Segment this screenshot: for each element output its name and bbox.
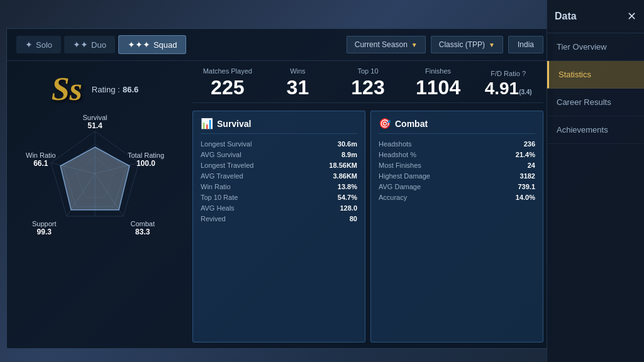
survival-row-5: Top 10 Rate 54.7% bbox=[201, 194, 357, 201]
total-rating-name: Total Rating bbox=[128, 151, 164, 159]
combat-value-2: 24 bbox=[528, 162, 535, 169]
survival-label-2: Longest Traveled bbox=[201, 162, 253, 169]
rank-badge: Ss bbox=[52, 70, 82, 107]
fd-sub-value: (3.4) bbox=[519, 89, 532, 96]
sidebar-title: Data bbox=[555, 11, 577, 22]
survival-label-0: Longest Survival bbox=[201, 140, 252, 148]
top10-header: Top 10 bbox=[333, 67, 403, 75]
combat-value: 83.3 bbox=[130, 228, 155, 236]
right-section: Matches Played 225 Wins 31 Top 10 123 Fi… bbox=[183, 61, 553, 349]
tab-squad-label: Squad bbox=[153, 40, 177, 50]
finishes-value: 1104 bbox=[403, 77, 474, 97]
duo-icon: ✦✦ bbox=[73, 40, 88, 50]
help-icon: ? bbox=[522, 70, 526, 77]
combat-value-0: 236 bbox=[524, 140, 535, 148]
support-name: Support bbox=[32, 220, 57, 228]
survival-label-7: Revived bbox=[201, 215, 226, 222]
stat-fd-ratio: F/D Ratio ? 4.91(3.4) bbox=[473, 70, 543, 97]
survival-value-6: 128.0 bbox=[340, 204, 357, 212]
label-survival: Survival 51.4 bbox=[82, 114, 107, 130]
label-combat: Combat 83.3 bbox=[130, 220, 155, 236]
rating-display: Rating : 86.6 bbox=[92, 84, 139, 95]
survival-card-rows: Longest Survival 30.6m AVG Survival 8.9m… bbox=[201, 140, 357, 222]
sidebar-item-statistics[interactable]: Statistics bbox=[547, 61, 644, 89]
fd-header: F/D Ratio ? bbox=[473, 70, 543, 77]
sidebar-item-career-results[interactable]: Career Results bbox=[547, 89, 644, 116]
close-button[interactable]: ✕ bbox=[627, 9, 636, 23]
wins-header: Wins bbox=[263, 67, 333, 75]
label-total-rating: Total Rating 100.0 bbox=[128, 151, 164, 168]
fd-label: F/D Ratio bbox=[491, 70, 519, 77]
sidebar-item-achievements[interactable]: Achievements bbox=[547, 116, 644, 144]
season-dropdown[interactable]: Current Season ▼ bbox=[347, 36, 426, 53]
statistics-label: Statistics bbox=[558, 70, 591, 79]
stat-top10: Top 10 123 bbox=[333, 67, 403, 97]
tab-duo[interactable]: ✦✦ Duo bbox=[64, 36, 115, 53]
mode-dropdown[interactable]: Classic (TPP) ▼ bbox=[431, 36, 503, 53]
combat-row-0: Headshots 236 bbox=[379, 140, 535, 148]
survival-value: 51.4 bbox=[82, 121, 107, 130]
combat-card: 🎯 Combat Headshots 236 Headshot % 21.4% bbox=[370, 111, 543, 343]
region-button[interactable]: India bbox=[508, 36, 543, 53]
survival-row-6: AVG Heals 128.0 bbox=[201, 204, 357, 212]
combat-value-3: 3182 bbox=[520, 172, 535, 180]
rank-display: Ss Rating : 86.6 bbox=[52, 70, 139, 107]
top-tabs-row: ✦ Solo ✦✦ Duo ✦✦✦ Squad Current Season ▼… bbox=[7, 29, 553, 61]
squad-icon: ✦✦✦ bbox=[128, 40, 150, 50]
combat-row-2: Most Finishes 24 bbox=[379, 162, 535, 169]
dropdowns-container: Current Season ▼ Classic (TPP) ▼ India bbox=[347, 36, 543, 53]
radar-section: Ss Rating : 86.6 bbox=[7, 61, 183, 349]
sidebar: Data ✕ Tier Overview Statistics Career R… bbox=[547, 0, 644, 362]
radar-svg bbox=[32, 125, 158, 232]
tab-solo[interactable]: ✦ Solo bbox=[16, 36, 61, 53]
combat-label-1: Headshot % bbox=[379, 151, 416, 158]
tab-squad[interactable]: ✦✦✦ Squad bbox=[118, 35, 187, 54]
win-ratio-name: Win Ratio bbox=[26, 151, 56, 159]
survival-label-1: AVG Survival bbox=[201, 151, 242, 158]
combat-card-rows: Headshots 236 Headshot % 21.4% Most Fini… bbox=[379, 140, 535, 201]
wins-value: 31 bbox=[263, 77, 333, 97]
survival-card-header: 📊 Survival bbox=[201, 118, 357, 134]
season-arrow: ▼ bbox=[411, 41, 418, 48]
survival-value-1: 8.9m bbox=[341, 151, 357, 158]
combat-label-4: AVG Damage bbox=[379, 183, 421, 190]
survival-value-2: 18.56KM bbox=[329, 162, 357, 169]
combat-label-2: Most Finishes bbox=[379, 162, 421, 169]
combat-card-title: Combat bbox=[395, 119, 428, 129]
season-label: Current Season bbox=[355, 40, 408, 49]
survival-row-3: AVG Traveled 3.86KM bbox=[201, 172, 357, 180]
combat-label-5: Accuracy bbox=[379, 194, 407, 201]
sidebar-header: Data ✕ bbox=[547, 0, 644, 33]
survival-card-icon: 📊 bbox=[201, 118, 213, 129]
matches-value: 225 bbox=[192, 77, 263, 97]
survival-label-5: Top 10 Rate bbox=[201, 194, 238, 201]
fd-main-value: 4.91 bbox=[485, 79, 519, 98]
mode-arrow: ▼ bbox=[489, 41, 495, 48]
combat-card-icon: 🎯 bbox=[379, 118, 391, 129]
combat-row-4: AVG Damage 739.1 bbox=[379, 183, 535, 190]
combat-value-5: 14.0% bbox=[516, 194, 535, 201]
combat-card-header: 🎯 Combat bbox=[379, 118, 535, 134]
survival-row-0: Longest Survival 30.6m bbox=[201, 140, 357, 148]
survival-value-4: 13.8% bbox=[338, 183, 357, 190]
combat-name: Combat bbox=[130, 220, 155, 228]
mode-label: Classic (TPP) bbox=[439, 40, 485, 49]
survival-label-4: Win Ratio bbox=[201, 183, 231, 190]
detail-cards: 📊 Survival Longest Survival 30.6m AVG Su… bbox=[192, 111, 543, 343]
tab-duo-label: Duo bbox=[91, 40, 106, 50]
survival-row-4: Win Ratio 13.8% bbox=[201, 183, 357, 190]
stats-content: Ss Rating : 86.6 bbox=[7, 61, 553, 349]
fd-value: 4.91(3.4) bbox=[473, 80, 543, 97]
survival-value-7: 80 bbox=[350, 215, 357, 222]
achievements-label: Achievements bbox=[557, 125, 608, 134]
combat-label-3: Highest Damage bbox=[379, 172, 430, 180]
sidebar-item-tier-overview[interactable]: Tier Overview bbox=[547, 33, 644, 61]
rating-label: Rating : bbox=[92, 85, 120, 94]
tab-solo-label: Solo bbox=[36, 40, 52, 50]
career-results-label: Career Results bbox=[557, 97, 611, 107]
survival-row-2: Longest Traveled 18.56KM bbox=[201, 162, 357, 169]
survival-card-title: Survival bbox=[217, 119, 251, 129]
survival-name: Survival bbox=[82, 114, 107, 121]
rating-value: 86.6 bbox=[123, 85, 138, 94]
stat-wins: Wins 31 bbox=[263, 67, 333, 97]
